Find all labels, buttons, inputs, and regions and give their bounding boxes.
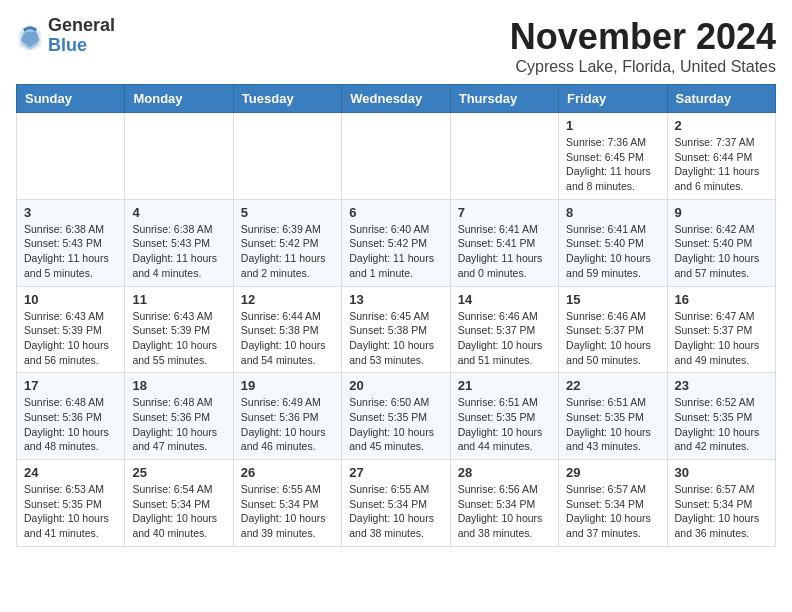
calendar-day-cell: 13Sunrise: 6:45 AM Sunset: 5:38 PM Dayli…	[342, 286, 450, 373]
day-info: Sunrise: 6:44 AM Sunset: 5:38 PM Dayligh…	[241, 309, 334, 368]
calendar-day-cell: 29Sunrise: 6:57 AM Sunset: 5:34 PM Dayli…	[559, 460, 667, 547]
calendar-day-cell: 11Sunrise: 6:43 AM Sunset: 5:39 PM Dayli…	[125, 286, 233, 373]
day-info: Sunrise: 6:46 AM Sunset: 5:37 PM Dayligh…	[566, 309, 659, 368]
calendar-day-cell	[233, 113, 341, 200]
calendar-day-cell: 30Sunrise: 6:57 AM Sunset: 5:34 PM Dayli…	[667, 460, 775, 547]
day-info: Sunrise: 6:42 AM Sunset: 5:40 PM Dayligh…	[675, 222, 768, 281]
day-info: Sunrise: 6:50 AM Sunset: 5:35 PM Dayligh…	[349, 395, 442, 454]
day-info: Sunrise: 7:37 AM Sunset: 6:44 PM Dayligh…	[675, 135, 768, 194]
weekday-header-tuesday: Tuesday	[233, 85, 341, 113]
day-info: Sunrise: 6:38 AM Sunset: 5:43 PM Dayligh…	[24, 222, 117, 281]
logo-blue-text: Blue	[48, 36, 115, 56]
day-info: Sunrise: 6:53 AM Sunset: 5:35 PM Dayligh…	[24, 482, 117, 541]
day-info: Sunrise: 6:38 AM Sunset: 5:43 PM Dayligh…	[132, 222, 225, 281]
calendar-day-cell: 26Sunrise: 6:55 AM Sunset: 5:34 PM Dayli…	[233, 460, 341, 547]
day-number: 29	[566, 465, 659, 480]
day-number: 2	[675, 118, 768, 133]
day-info: Sunrise: 6:39 AM Sunset: 5:42 PM Dayligh…	[241, 222, 334, 281]
logo-general-text: General	[48, 16, 115, 36]
calendar-day-cell: 15Sunrise: 6:46 AM Sunset: 5:37 PM Dayli…	[559, 286, 667, 373]
day-info: Sunrise: 6:57 AM Sunset: 5:34 PM Dayligh…	[566, 482, 659, 541]
location-subtitle: Cypress Lake, Florida, United States	[510, 58, 776, 76]
calendar-header: SundayMondayTuesdayWednesdayThursdayFrid…	[17, 85, 776, 113]
day-number: 19	[241, 378, 334, 393]
calendar-day-cell: 17Sunrise: 6:48 AM Sunset: 5:36 PM Dayli…	[17, 373, 125, 460]
day-number: 1	[566, 118, 659, 133]
title-area: November 2024 Cypress Lake, Florida, Uni…	[510, 16, 776, 76]
calendar-week-row: 10Sunrise: 6:43 AM Sunset: 5:39 PM Dayli…	[17, 286, 776, 373]
weekday-header-thursday: Thursday	[450, 85, 558, 113]
calendar-day-cell: 23Sunrise: 6:52 AM Sunset: 5:35 PM Dayli…	[667, 373, 775, 460]
calendar-day-cell: 2Sunrise: 7:37 AM Sunset: 6:44 PM Daylig…	[667, 113, 775, 200]
logo-icon	[16, 22, 44, 50]
month-title: November 2024	[510, 16, 776, 58]
day-info: Sunrise: 6:48 AM Sunset: 5:36 PM Dayligh…	[132, 395, 225, 454]
day-number: 23	[675, 378, 768, 393]
day-number: 12	[241, 292, 334, 307]
day-number: 11	[132, 292, 225, 307]
weekday-header-row: SundayMondayTuesdayWednesdayThursdayFrid…	[17, 85, 776, 113]
calendar-day-cell: 25Sunrise: 6:54 AM Sunset: 5:34 PM Dayli…	[125, 460, 233, 547]
calendar-day-cell	[342, 113, 450, 200]
day-number: 7	[458, 205, 551, 220]
calendar-day-cell: 16Sunrise: 6:47 AM Sunset: 5:37 PM Dayli…	[667, 286, 775, 373]
day-number: 4	[132, 205, 225, 220]
weekday-header-saturday: Saturday	[667, 85, 775, 113]
calendar-week-row: 1Sunrise: 7:36 AM Sunset: 6:45 PM Daylig…	[17, 113, 776, 200]
day-number: 24	[24, 465, 117, 480]
day-info: Sunrise: 6:43 AM Sunset: 5:39 PM Dayligh…	[24, 309, 117, 368]
day-info: Sunrise: 6:49 AM Sunset: 5:36 PM Dayligh…	[241, 395, 334, 454]
weekday-header-monday: Monday	[125, 85, 233, 113]
calendar-day-cell: 28Sunrise: 6:56 AM Sunset: 5:34 PM Dayli…	[450, 460, 558, 547]
weekday-header-wednesday: Wednesday	[342, 85, 450, 113]
calendar-day-cell: 21Sunrise: 6:51 AM Sunset: 5:35 PM Dayli…	[450, 373, 558, 460]
calendar-day-cell: 14Sunrise: 6:46 AM Sunset: 5:37 PM Dayli…	[450, 286, 558, 373]
day-number: 22	[566, 378, 659, 393]
day-info: Sunrise: 6:41 AM Sunset: 5:40 PM Dayligh…	[566, 222, 659, 281]
day-info: Sunrise: 6:54 AM Sunset: 5:34 PM Dayligh…	[132, 482, 225, 541]
day-number: 6	[349, 205, 442, 220]
day-info: Sunrise: 6:43 AM Sunset: 5:39 PM Dayligh…	[132, 309, 225, 368]
calendar-day-cell: 24Sunrise: 6:53 AM Sunset: 5:35 PM Dayli…	[17, 460, 125, 547]
calendar-day-cell: 5Sunrise: 6:39 AM Sunset: 5:42 PM Daylig…	[233, 199, 341, 286]
calendar-day-cell: 20Sunrise: 6:50 AM Sunset: 5:35 PM Dayli…	[342, 373, 450, 460]
day-info: Sunrise: 6:51 AM Sunset: 5:35 PM Dayligh…	[458, 395, 551, 454]
day-number: 30	[675, 465, 768, 480]
day-number: 15	[566, 292, 659, 307]
day-info: Sunrise: 6:48 AM Sunset: 5:36 PM Dayligh…	[24, 395, 117, 454]
day-number: 27	[349, 465, 442, 480]
calendar-day-cell: 12Sunrise: 6:44 AM Sunset: 5:38 PM Dayli…	[233, 286, 341, 373]
day-number: 14	[458, 292, 551, 307]
day-number: 13	[349, 292, 442, 307]
day-info: Sunrise: 6:56 AM Sunset: 5:34 PM Dayligh…	[458, 482, 551, 541]
day-info: Sunrise: 6:46 AM Sunset: 5:37 PM Dayligh…	[458, 309, 551, 368]
calendar-day-cell: 6Sunrise: 6:40 AM Sunset: 5:42 PM Daylig…	[342, 199, 450, 286]
day-number: 26	[241, 465, 334, 480]
day-number: 5	[241, 205, 334, 220]
calendar-day-cell	[17, 113, 125, 200]
logo: General Blue	[16, 16, 115, 56]
calendar-day-cell: 19Sunrise: 6:49 AM Sunset: 5:36 PM Dayli…	[233, 373, 341, 460]
calendar-body: 1Sunrise: 7:36 AM Sunset: 6:45 PM Daylig…	[17, 113, 776, 547]
calendar-week-row: 24Sunrise: 6:53 AM Sunset: 5:35 PM Dayli…	[17, 460, 776, 547]
day-info: Sunrise: 6:40 AM Sunset: 5:42 PM Dayligh…	[349, 222, 442, 281]
calendar-day-cell: 1Sunrise: 7:36 AM Sunset: 6:45 PM Daylig…	[559, 113, 667, 200]
calendar-day-cell: 10Sunrise: 6:43 AM Sunset: 5:39 PM Dayli…	[17, 286, 125, 373]
day-number: 18	[132, 378, 225, 393]
day-info: Sunrise: 6:57 AM Sunset: 5:34 PM Dayligh…	[675, 482, 768, 541]
day-number: 8	[566, 205, 659, 220]
day-info: Sunrise: 6:41 AM Sunset: 5:41 PM Dayligh…	[458, 222, 551, 281]
day-info: Sunrise: 6:45 AM Sunset: 5:38 PM Dayligh…	[349, 309, 442, 368]
header: General Blue November 2024 Cypress Lake,…	[16, 16, 776, 76]
day-info: Sunrise: 6:52 AM Sunset: 5:35 PM Dayligh…	[675, 395, 768, 454]
calendar-table: SundayMondayTuesdayWednesdayThursdayFrid…	[16, 84, 776, 547]
weekday-header-friday: Friday	[559, 85, 667, 113]
day-number: 25	[132, 465, 225, 480]
calendar-week-row: 3Sunrise: 6:38 AM Sunset: 5:43 PM Daylig…	[17, 199, 776, 286]
calendar-day-cell: 4Sunrise: 6:38 AM Sunset: 5:43 PM Daylig…	[125, 199, 233, 286]
calendar-day-cell	[125, 113, 233, 200]
day-info: Sunrise: 6:55 AM Sunset: 5:34 PM Dayligh…	[349, 482, 442, 541]
day-number: 9	[675, 205, 768, 220]
day-number: 10	[24, 292, 117, 307]
calendar-day-cell: 3Sunrise: 6:38 AM Sunset: 5:43 PM Daylig…	[17, 199, 125, 286]
